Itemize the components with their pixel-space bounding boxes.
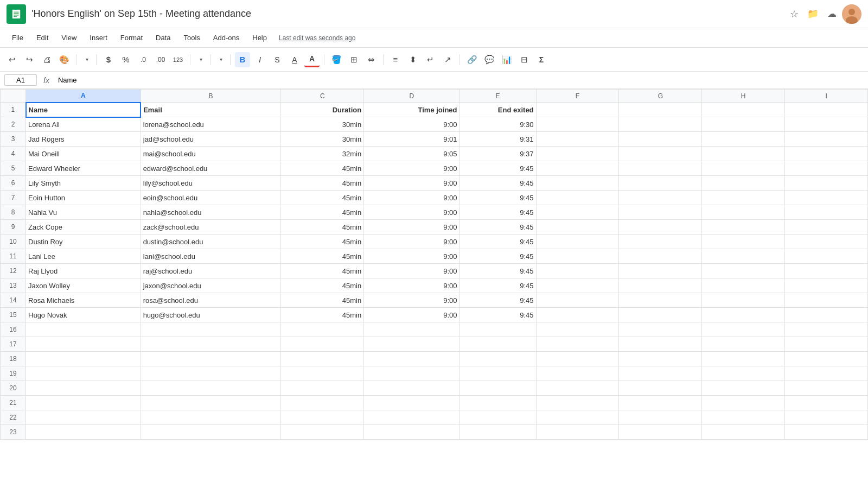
cell-row9-col4[interactable]: 9:45 [459, 220, 536, 235]
sheet-table-wrap[interactable]: A B C D E F G H I 1 Name Email Duration [0, 89, 868, 488]
col-header-d[interactable]: D [364, 90, 459, 103]
user-avatar[interactable] [842, 4, 861, 24]
fontsize-dropdown[interactable]: ▾ [215, 55, 226, 64]
font-dropdown[interactable]: ▾ [195, 55, 206, 64]
cell-row17-col4[interactable] [459, 337, 536, 352]
cell-row17-col3[interactable] [364, 337, 459, 352]
filter-button[interactable]: ⊟ [516, 52, 532, 67]
row-num-4[interactable]: 4 [1, 147, 26, 161]
borders-button[interactable]: ⊞ [346, 52, 361, 67]
italic-button[interactable]: I [252, 52, 267, 67]
bold-button[interactable]: B [235, 52, 250, 67]
cell-row11-col0[interactable]: Lani Lee [26, 249, 141, 264]
merge-button[interactable]: ⇔ [363, 52, 379, 67]
cell-row12-col5[interactable] [536, 264, 619, 278]
cell-row4-col5[interactable] [536, 147, 619, 161]
cell-row14-col0[interactable]: Rosa Michaels [26, 293, 141, 308]
cell-i1[interactable] [785, 103, 868, 117]
cell-row20-col1[interactable] [141, 381, 281, 396]
cell-row15-col0[interactable]: Hugo Novak [26, 308, 141, 322]
cell-row22-col3[interactable] [364, 410, 459, 425]
cell-row18-col8[interactable] [785, 352, 868, 366]
cell-row16-col5[interactable] [536, 322, 619, 337]
menu-insert[interactable]: Insert [84, 31, 113, 44]
cell-row11-col8[interactable] [785, 249, 868, 264]
row-num-3[interactable]: 3 [1, 132, 26, 147]
cell-row4-col1[interactable]: mai@school.edu [141, 147, 281, 161]
cell-row9-col2[interactable]: 45min [281, 220, 364, 235]
cell-row18-col4[interactable] [459, 352, 536, 366]
cell-row7-col4[interactable]: 9:45 [459, 191, 536, 205]
cell-row17-col8[interactable] [785, 337, 868, 352]
row-num-9[interactable]: 9 [1, 220, 26, 235]
cell-row16-col1[interactable] [141, 322, 281, 337]
col-header-e[interactable]: E [459, 90, 536, 103]
cell-row22-col1[interactable] [141, 410, 281, 425]
cell-row5-col5[interactable] [536, 161, 619, 176]
cell-row11-col3[interactable]: 9:00 [364, 249, 459, 264]
cell-row21-col8[interactable] [785, 396, 868, 410]
row-num-1[interactable]: 1 [1, 103, 26, 117]
row-num-18[interactable]: 18 [1, 352, 26, 366]
cell-row8-col3[interactable]: 9:00 [364, 205, 459, 220]
cell-row17-col6[interactable] [619, 337, 702, 352]
cell-row14-col5[interactable] [536, 293, 619, 308]
cell-row9-col5[interactable] [536, 220, 619, 235]
cell-row18-col3[interactable] [364, 352, 459, 366]
menu-file[interactable]: File [7, 31, 29, 44]
cell-row2-col0[interactable]: Lorena Ali [26, 117, 141, 132]
cell-row9-col0[interactable]: Zack Cope [26, 220, 141, 235]
row-num-11[interactable]: 11 [1, 249, 26, 264]
cell-row2-col7[interactable] [702, 117, 785, 132]
cell-row22-col8[interactable] [785, 410, 868, 425]
row-num-21[interactable]: 21 [1, 396, 26, 410]
cell-row17-col1[interactable] [141, 337, 281, 352]
underline-button[interactable]: A [287, 52, 302, 67]
cell-row17-col5[interactable] [536, 337, 619, 352]
cell-row14-col7[interactable] [702, 293, 785, 308]
cell-row3-col4[interactable]: 9:31 [459, 132, 536, 147]
cell-row19-col8[interactable] [785, 366, 868, 381]
cell-row6-col0[interactable]: Lily Smyth [26, 176, 141, 191]
cell-row6-col5[interactable] [536, 176, 619, 191]
cell-row19-col6[interactable] [619, 366, 702, 381]
paint-format-button[interactable]: 🎨 [56, 52, 72, 67]
col-header-c[interactable]: C [281, 90, 364, 103]
col-header-f[interactable]: F [536, 90, 619, 103]
row-num-20[interactable]: 20 [1, 381, 26, 396]
cell-row4-col3[interactable]: 9:05 [364, 147, 459, 161]
cell-row13-col1[interactable]: jaxon@school.edu [141, 278, 281, 293]
cell-row9-col7[interactable] [702, 220, 785, 235]
cell-row23-col7[interactable] [702, 425, 785, 440]
cell-row19-col2[interactable] [281, 366, 364, 381]
cell-row18-col7[interactable] [702, 352, 785, 366]
cell-row14-col1[interactable]: rosa@school.edu [141, 293, 281, 308]
menu-addons[interactable]: Add-ons [208, 31, 245, 44]
cell-row4-col0[interactable]: Mai Oneill [26, 147, 141, 161]
cell-row11-col6[interactable] [619, 249, 702, 264]
cell-row7-col0[interactable]: Eoin Hutton [26, 191, 141, 205]
undo-button[interactable]: ↩ [4, 52, 20, 67]
cell-row16-col4[interactable] [459, 322, 536, 337]
cell-row12-col7[interactable] [702, 264, 785, 278]
row-num-5[interactable]: 5 [1, 161, 26, 176]
cell-row21-col6[interactable] [619, 396, 702, 410]
cell-row6-col8[interactable] [785, 176, 868, 191]
cell-row13-col2[interactable]: 45min [281, 278, 364, 293]
chart-button[interactable]: 📊 [499, 52, 514, 67]
currency-button[interactable]: $ [101, 52, 116, 67]
cell-row17-col2[interactable] [281, 337, 364, 352]
cell-row7-col3[interactable]: 9:00 [364, 191, 459, 205]
cell-row10-col8[interactable] [785, 235, 868, 249]
cell-row19-col0[interactable] [26, 366, 141, 381]
cell-row23-col3[interactable] [364, 425, 459, 440]
cell-row23-col8[interactable] [785, 425, 868, 440]
cell-row14-col4[interactable]: 9:45 [459, 293, 536, 308]
row-num-10[interactable]: 10 [1, 235, 26, 249]
cell-b1[interactable]: Email [141, 103, 281, 117]
cell-row14-col8[interactable] [785, 293, 868, 308]
cell-row16-col3[interactable] [364, 322, 459, 337]
cell-row23-col4[interactable] [459, 425, 536, 440]
cell-row7-col7[interactable] [702, 191, 785, 205]
print-button[interactable]: 🖨 [39, 52, 54, 67]
